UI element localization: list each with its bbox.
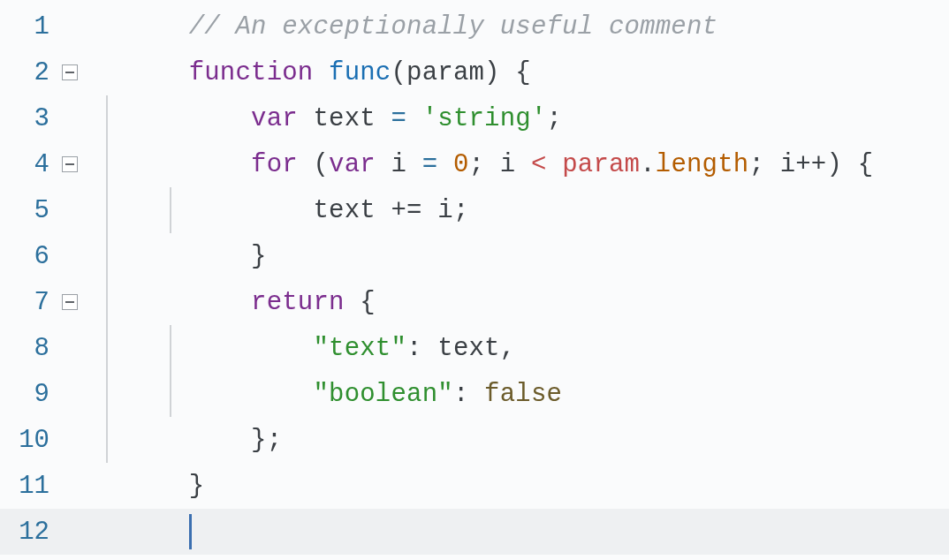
line-number: 6 <box>0 242 55 271</box>
token-property: length <box>656 150 749 179</box>
line-number: 5 <box>0 196 55 225</box>
line-number: 2 <box>0 58 55 87</box>
fold-collapse-icon[interactable] <box>62 156 78 172</box>
fold-collapse-icon[interactable] <box>62 294 78 310</box>
fold-gutter[interactable] <box>55 64 85 80</box>
line-number: 1 <box>0 12 55 42</box>
line-number: 4 <box>0 150 55 179</box>
line-number: 11 <box>0 472 55 501</box>
code-line-current[interactable]: 12 <box>0 509 949 555</box>
line-number: 7 <box>0 288 55 317</box>
code-editor[interactable]: 1 // An exceptionally useful comment 2 f… <box>0 0 949 560</box>
line-number: 8 <box>0 334 55 363</box>
fold-gutter[interactable] <box>55 156 85 172</box>
text-cursor <box>189 514 192 549</box>
line-number: 12 <box>0 518 55 547</box>
line-number: 10 <box>0 426 55 455</box>
fold-collapse-icon[interactable] <box>62 64 78 80</box>
fold-gutter[interactable] <box>55 294 85 310</box>
token-string: "boolean" <box>313 380 452 409</box>
token-operator: < <box>531 150 547 179</box>
code-content[interactable] <box>85 485 192 560</box>
line-number: 3 <box>0 104 55 133</box>
token-param: param <box>562 150 640 179</box>
line-number: 9 <box>0 380 55 409</box>
token-boolean: false <box>484 380 562 409</box>
